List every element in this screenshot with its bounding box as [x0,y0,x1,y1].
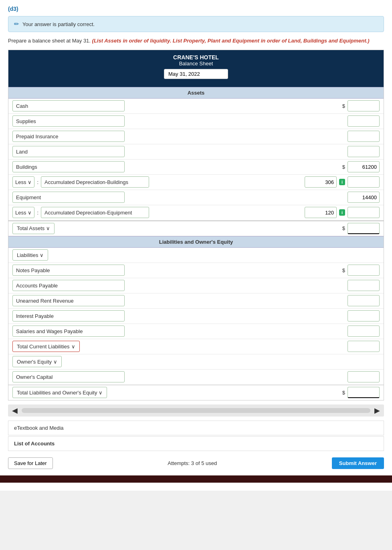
equipment-row [8,190,384,205]
pencil-icon: ✏ [14,20,19,28]
buildings-field[interactable] [12,161,125,172]
nav-left-arrow[interactable]: ◀ [12,406,18,415]
cash-row: $ [8,99,384,114]
info-badge-equipment[interactable]: i [339,209,345,216]
notes-payable-amount[interactable] [348,265,380,276]
total-liabilities-equity-label: Total Liabilities and Owner's Equity [17,390,97,396]
cash-amount[interactable] [348,100,380,111]
unearned-rent-amount[interactable] [348,295,380,306]
land-row [8,144,384,160]
accounts-payable-amount[interactable] [348,280,380,291]
total-assets-dollar: $ [342,225,345,231]
equipment-field[interactable] [12,192,125,203]
acc-dep-buildings-field[interactable] [41,176,149,188]
acc-dep-equipment-amount[interactable] [305,207,337,218]
nav-right-arrow[interactable]: ▶ [374,406,380,415]
total-assets-label: Total Assets [17,225,44,231]
acc-dep-buildings-net[interactable] [348,176,380,188]
prepaid-insurance-amount[interactable] [348,131,380,142]
partial-correct-banner: ✏ Your answer is partially correct. [8,16,384,32]
save-later-button[interactable]: Save for Later [8,457,53,469]
total-liab-dollar: $ [342,390,345,396]
buildings-inline-amount[interactable] [348,161,380,172]
total-liabilities-equity-row: Total Liabilities and Owner's Equity ∨ $ [8,385,384,400]
notes-payable-row: $ [8,263,384,278]
accounts-payable-field[interactable] [12,280,125,291]
notes-payable-dollar: $ [342,267,345,273]
company-name: CRANE'S HOTEL [12,54,380,61]
owners-capital-row [8,370,384,385]
assets-section-header: Assets [8,87,384,99]
less-buildings-dropdown[interactable]: Less ∨ [12,176,34,188]
instructions: Prepare a balance sheet at May 31. (List… [8,37,384,45]
supplies-amount[interactable] [348,115,380,127]
total-current-liabilities-dropdown[interactable]: Total Current Liabilities ∨ [12,341,80,352]
salaries-payable-row [8,324,384,339]
sheet-title: Balance Sheet [12,61,380,67]
supplies-row [8,114,384,129]
buildings-dollar: $ [342,164,345,170]
total-assets-row: Total Assets ∨ $ [8,220,384,236]
land-amount[interactable] [348,146,380,157]
less-equipment-dropdown[interactable]: Less ∨ [12,207,34,218]
total-assets-amount[interactable] [348,223,380,234]
total-current-liabilities-row: Total Current Liabilities ∨ [8,339,384,354]
owners-equity-dropdown-row: Owner's Equity ∨ [8,354,384,370]
acc-dep-equipment-row: Less ∨ : i [8,205,384,220]
liabilities-section-header: Liabilities and Owner's Equity [8,236,384,248]
acc-dep-buildings-amount[interactable] [305,176,337,188]
bs-header: CRANE'S HOTEL Balance Sheet May 31, 2022 [8,50,384,87]
owners-equity-dropdown[interactable]: Owner's Equity ∨ [12,356,62,367]
liabilities-dropdown[interactable]: Liabilities ∨ [12,249,48,261]
bottom-bar: Save for Later Attempts: 3 of 5 used Sub… [8,455,384,471]
total-current-liabilities-amount[interactable] [348,341,380,352]
attempts-text: Attempts: 3 of 5 used [168,460,217,466]
accounts-payable-row [8,278,384,293]
dark-footer [0,475,392,483]
notes-payable-field[interactable] [12,265,125,276]
etextbook-row[interactable]: eTextbook and Media [8,421,384,435]
footer-section: eTextbook and Media List of Accounts [8,421,384,451]
equipment-inline-amount[interactable] [348,192,380,203]
acc-dep-equipment-net[interactable] [348,207,380,218]
land-field[interactable] [12,146,125,157]
submit-answer-button[interactable]: Submit Answer [332,457,384,469]
prepaid-insurance-row [8,129,384,144]
total-liabilities-equity-dropdown[interactable]: Total Liabilities and Owner's Equity ∨ [12,387,107,398]
liabilities-dropdown-row: Liabilities ∨ [8,248,384,263]
bs-date-row: May 31, 2022 [12,67,380,83]
interest-payable-field[interactable] [12,310,125,322]
scrollbar-track [22,408,370,413]
cash-dollar: $ [342,103,345,109]
total-assets-dropdown[interactable]: Total Assets ∨ [12,223,55,234]
info-badge-buildings[interactable]: i [339,179,345,185]
cash-field[interactable] [12,100,125,111]
prepaid-insurance-field[interactable] [12,131,125,142]
owners-capital-amount[interactable] [348,371,380,382]
section-label: (d3) [0,0,392,16]
unearned-rent-row [8,293,384,309]
banner-text: Your answer is partially correct. [22,21,95,27]
owners-capital-field[interactable] [12,371,125,382]
owners-equity-label: Owner's Equity [17,359,52,365]
buildings-row: $ [8,160,384,175]
date-select[interactable]: May 31, 2022 [164,69,228,79]
nav-bar: ◀ ▶ [8,404,384,417]
acc-dep-equipment-field[interactable] [41,207,149,218]
unearned-rent-field[interactable] [12,295,125,306]
total-liabilities-equity-amount[interactable] [348,387,380,398]
date-select-wrapper[interactable]: May 31, 2022 [164,69,228,79]
acc-dep-buildings-row: Less ∨ : i [8,175,384,190]
supplies-field[interactable] [12,115,125,127]
interest-payable-row [8,309,384,324]
total-current-liabilities-label: Total Current Liabilities [17,344,70,350]
balance-sheet: CRANE'S HOTEL Balance Sheet May 31, 2022… [8,50,384,400]
liabilities-dropdown-label: Liabilities [17,252,38,258]
salaries-payable-amount[interactable] [348,326,380,337]
interest-payable-amount[interactable] [348,310,380,322]
list-accounts-row[interactable]: List of Accounts [8,436,384,451]
salaries-payable-field[interactable] [12,326,125,337]
